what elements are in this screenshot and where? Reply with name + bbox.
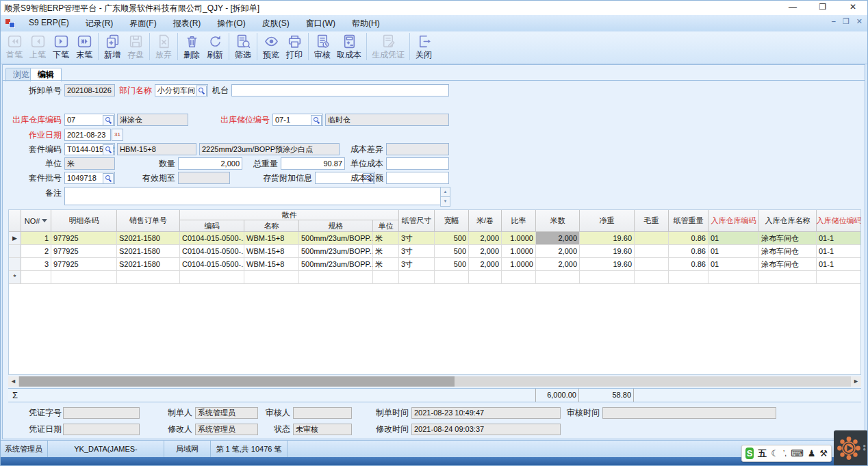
scroll-right-icon[interactable]: ►	[851, 376, 861, 387]
grid-cell[interactable]: 2,000	[536, 232, 580, 245]
grid-cell[interactable]: 01-1	[817, 258, 861, 271]
grid-cell[interactable]: S2021-1580	[117, 232, 180, 245]
grid-cell[interactable]: 1.0000	[502, 258, 536, 271]
grid-cell[interactable]: S2021-1580	[117, 258, 180, 271]
kit-batch-lookup-icon[interactable]	[103, 173, 114, 184]
grid-cell[interactable]: WBM-15+8	[244, 232, 299, 245]
calendar-icon[interactable]: 31	[112, 129, 123, 141]
grid-column-header-16[interactable]: 入库仓库名称	[759, 210, 817, 232]
scrollbar-thumb[interactable]	[19, 376, 455, 387]
toolbar-button-8[interactable]: 刷新	[203, 31, 227, 62]
grid-column-header-15[interactable]: 入库仓库编码	[709, 210, 759, 232]
ime-mode[interactable]: 五	[758, 446, 767, 461]
floating-widget[interactable]: ●●	[834, 430, 868, 466]
grid-cell[interactable]: 1.0000	[502, 245, 536, 258]
dept-field[interactable]: 小分切车间	[155, 84, 208, 96]
toolbar-button-10[interactable]: 预览	[259, 31, 283, 62]
grid-cell-empty[interactable]	[709, 271, 759, 284]
grid-cell[interactable]: WBM-15+8	[244, 245, 299, 258]
grid-cell-empty[interactable]	[51, 271, 117, 284]
grid-cell[interactable]: 2	[21, 245, 51, 258]
grid-column-header-7[interactable]: 纸管尺寸	[399, 210, 435, 232]
grid-cell[interactable]: 3寸	[399, 258, 435, 271]
grid-cell[interactable]: 2,000	[469, 245, 502, 258]
menu-item-3[interactable]: 报表(R)	[165, 16, 209, 31]
grid-cell[interactable]: 米	[373, 258, 399, 271]
scroll-left-icon[interactable]: ◄	[8, 376, 18, 387]
mdi-minimize-icon[interactable]: –	[832, 17, 836, 26]
punctuation-icon[interactable]: ’,	[783, 446, 787, 461]
grid-column-header-13[interactable]: 毛重	[635, 210, 669, 232]
unit-cost-field[interactable]	[386, 157, 449, 170]
grid-cell-empty[interactable]	[21, 271, 51, 284]
kit-code-lookup-icon[interactable]	[103, 144, 114, 155]
grid-cell[interactable]: 涂布车间仓	[759, 232, 817, 245]
grid-cell[interactable]: 2,000	[469, 232, 502, 245]
grid-cell[interactable]: 01	[709, 232, 759, 245]
grid-cell[interactable]: 19.60	[580, 232, 635, 245]
total-weight-field[interactable]: 90.87	[281, 157, 345, 170]
grid-cell[interactable]: WBM-15+8	[244, 258, 299, 271]
grid-cell-empty[interactable]	[580, 271, 635, 284]
grid-cell[interactable]: 500	[435, 245, 469, 258]
grid-cell[interactable]: 01-1	[817, 245, 861, 258]
menu-item-4[interactable]: 操作(O)	[209, 16, 253, 31]
grid-cell-empty[interactable]	[180, 271, 244, 284]
grid-cell[interactable]: 500	[435, 258, 469, 271]
minimize-icon[interactable]: —	[778, 0, 808, 15]
tab-edit[interactable]: 编辑	[30, 68, 62, 81]
table-row[interactable]: 3977925S2021-1580C0104-015-0500-...WBM-1…	[9, 258, 861, 271]
grid-column-header-17[interactable]: 入库储位编码	[817, 210, 861, 232]
grid-cell-empty[interactable]	[635, 271, 669, 284]
ime-logo-icon[interactable]: S	[745, 448, 754, 459]
grid-cell-empty[interactable]	[117, 271, 180, 284]
cost-amount-field[interactable]	[386, 172, 449, 184]
grid-cell[interactable]: 500mm/23um/BOPP...	[299, 258, 373, 271]
grid-column-header-0[interactable]: NO#	[21, 210, 51, 232]
grid-column-header-6[interactable]: 单位	[373, 220, 399, 232]
mdi-close-icon[interactable]: ✕	[856, 17, 863, 26]
toolbar-button-12[interactable]: 审核	[311, 31, 334, 62]
grid-cell-empty[interactable]	[469, 271, 502, 284]
grid-cell-empty[interactable]	[669, 271, 709, 284]
grid-cell[interactable]: 19.60	[580, 258, 635, 271]
grid-cell[interactable]: 1	[21, 232, 51, 245]
grid-cell-empty[interactable]	[536, 271, 580, 284]
grid-cell[interactable]: 01	[709, 245, 759, 258]
grid-cell[interactable]: 2,000	[536, 245, 580, 258]
toolbar-button-3[interactable]: 末笔	[73, 31, 96, 62]
grid-cell[interactable]	[635, 245, 669, 258]
out-loc-code-field[interactable]: 07-1	[272, 114, 323, 126]
grid-cell[interactable]: 2,000	[536, 258, 580, 271]
grid-column-header-5[interactable]: 规格	[299, 220, 373, 232]
grid-cell-empty[interactable]	[399, 271, 435, 284]
grid-cell-empty[interactable]	[299, 271, 373, 284]
grid-cell-empty[interactable]	[817, 271, 861, 284]
mdi-restore-icon[interactable]: ❒	[843, 17, 850, 26]
grid-cell-empty[interactable]	[759, 271, 817, 284]
grid-column-header-1[interactable]: 明细条码	[51, 210, 117, 232]
restore-icon[interactable]: ❒	[808, 0, 838, 15]
grid-cell[interactable]: 涂布车间仓	[759, 245, 817, 258]
toolbar-button-15[interactable]: 关闭	[412, 31, 435, 62]
menu-item-2[interactable]: 界面(F)	[121, 16, 164, 31]
toolbox-icon[interactable]: ⚒	[819, 446, 828, 461]
grid-cell[interactable]: 3寸	[399, 232, 435, 245]
menu-item-1[interactable]: 记录(R)	[77, 16, 122, 31]
machine-field[interactable]	[231, 84, 449, 96]
grid-column-header-3[interactable]: 编码	[180, 220, 244, 232]
grid-cell[interactable]: 0.86	[669, 232, 709, 245]
grid-hscrollbar[interactable]: ◄ ►	[8, 376, 861, 387]
grid-cell[interactable]: 3	[21, 258, 51, 271]
grid-cell[interactable]: 977925	[51, 245, 117, 258]
grid-cell[interactable]: 01	[709, 258, 759, 271]
grid-cell-empty[interactable]	[373, 271, 399, 284]
close-icon[interactable]: ✕	[838, 0, 868, 15]
menu-item-7[interactable]: 帮助(H)	[344, 16, 388, 31]
out-wh-code-field[interactable]: 07	[64, 114, 115, 126]
grid-cell[interactable]: 米	[373, 245, 399, 258]
grid-cell[interactable]: 500	[435, 232, 469, 245]
toolbar-button-4[interactable]: 新增	[101, 31, 124, 62]
person-icon[interactable]: ♟	[808, 446, 816, 461]
toolbar-button-11[interactable]: 打印	[283, 31, 306, 62]
